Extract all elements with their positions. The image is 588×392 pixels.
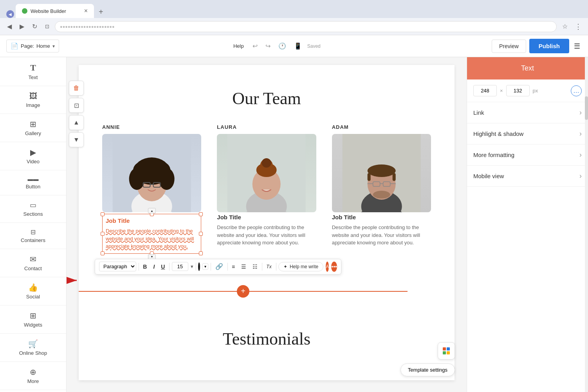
reload-button[interactable]: ↻ (30, 21, 40, 32)
sidebar-item-button-label: Button (26, 184, 41, 190)
sidebar-item-more-label: More (27, 378, 39, 384)
sidebar-item-image[interactable]: 🖼 Image (0, 86, 66, 114)
more-icon: ⊕ (30, 367, 36, 377)
page-content: Our Team ANNIE (79, 65, 455, 380)
sidebar-item-contact[interactable]: ✉ Contact (0, 249, 66, 277)
panel-option-more-formatting[interactable]: More formatting › (467, 145, 588, 166)
bold-button[interactable]: B (141, 262, 149, 271)
template-settings-button[interactable]: Template settings (400, 363, 455, 376)
panel-option-link[interactable]: Link › (467, 102, 588, 123)
svg-rect-29 (367, 173, 370, 181)
handle-ml[interactable] (101, 232, 105, 236)
publish-button[interactable]: Publish (529, 39, 569, 53)
team-member-annie: ANNIE (102, 124, 201, 254)
handle-br[interactable] (199, 251, 203, 255)
video-icon: ▶ (30, 148, 36, 157)
px-label: px (533, 88, 538, 94)
sidebar-item-widgets[interactable]: ⊞ Widgets (0, 305, 66, 334)
font-size-dropdown[interactable]: ▾ (191, 264, 193, 269)
move-up-button[interactable]: ▲ (69, 115, 84, 130)
clear-format-button[interactable]: Tx (264, 263, 273, 271)
paragraph-style-select[interactable]: Paragraph (99, 262, 136, 271)
canvas-area: 🗑 ⊡ ▲ ▼ Our Team ANNIE (67, 57, 467, 392)
app: 📄 Page: Home ▾ Help ↩ ↪ 🕐 📱 Saved Previe… (0, 35, 588, 392)
design-button[interactable] (438, 342, 455, 359)
sidebar-item-text[interactable]: T Text (0, 57, 66, 86)
back-button[interactable]: ◀ (5, 21, 14, 32)
italic-button[interactable]: I (151, 262, 157, 271)
preview-button[interactable]: Preview (492, 40, 526, 53)
font-size-input[interactable]: 15 (172, 262, 188, 271)
text-icon: T (30, 63, 36, 73)
align-list-button[interactable]: ☰ (239, 262, 248, 271)
sidebar-item-video[interactable]: ▶ Video (0, 142, 66, 170)
handle-bl[interactable] (101, 251, 105, 255)
header-right: Preview Publish ☰ (492, 39, 582, 53)
underline-button[interactable]: U (159, 262, 167, 271)
align-left-button[interactable]: ≡ (230, 262, 237, 271)
design-icon (442, 347, 451, 355)
tab-close-button[interactable]: × (84, 7, 88, 14)
move-down-button[interactable]: ▼ (69, 132, 84, 147)
text-color-dropdown[interactable]: ▾ (202, 263, 208, 270)
more-options-button[interactable]: ••• (331, 262, 337, 272)
more-dimensions-button[interactable]: … (571, 85, 582, 96)
sidebar-item-sections-label: Sections (23, 211, 43, 217)
browser-tab-active[interactable]: Website Builder × (16, 4, 94, 18)
bookmark-button[interactable]: ☆ (560, 21, 570, 32)
member-photo-annie (102, 134, 201, 212)
undo-button[interactable]: ↩ (250, 41, 260, 51)
panel-highlight-chevron-icon: › (579, 130, 582, 138)
sidebar-item-online-shop[interactable]: 🛒 Online Shop (0, 334, 66, 362)
sidebar-item-more[interactable]: ⊕ More (0, 362, 66, 390)
sidebar-item-gallery[interactable]: ⊞ Gallery (0, 114, 66, 142)
gallery-icon: ⊞ (30, 119, 36, 129)
width-input[interactable]: 248 (473, 85, 497, 96)
handle-tr[interactable] (199, 212, 203, 216)
new-tab-button[interactable]: + (96, 6, 106, 18)
right-panel-scrollbar[interactable] (585, 57, 588, 392)
handle-mr[interactable] (199, 232, 203, 236)
avatar-button[interactable]: A (326, 262, 329, 272)
hamburger-button[interactable]: ☰ (572, 40, 582, 52)
delete-element-button[interactable]: 🗑 (69, 81, 84, 96)
selected-text-box-annie[interactable]: ▴ ▾ Job Title Describe the people contri… (102, 214, 201, 254)
sidebar-item-sections[interactable]: ▭ Sections (0, 195, 66, 223)
add-section-button[interactable]: + (237, 285, 249, 298)
sidebar-item-containers[interactable]: ⊟ Containers (0, 223, 66, 249)
team-member-laura: LAURA (217, 124, 316, 254)
panel-option-mobile-view[interactable]: Mobile view › (467, 166, 588, 187)
align-ordered-list-button[interactable]: ☷ (251, 262, 260, 271)
address-bar[interactable]: ●●●●●●●●●●●●●●●●●●●●● (55, 21, 557, 32)
duplicate-element-button[interactable]: ⊡ (69, 98, 84, 113)
history-button[interactable]: 🕐 (276, 41, 289, 51)
link-button[interactable]: 🔗 (213, 262, 225, 271)
address-text: ●●●●●●●●●●●●●●●●●●●●● (60, 24, 115, 29)
handle-tl[interactable] (101, 212, 105, 216)
cast-button[interactable]: ⊡ (43, 22, 52, 31)
help-button[interactable]: Help (230, 42, 247, 51)
browser-menu-button[interactable]: ⋮ (573, 21, 583, 33)
text-color-picker[interactable] (198, 262, 200, 271)
panel-option-highlight-shadow[interactable]: Highlight & shadow › (467, 123, 588, 145)
help-me-write-button[interactable]: ✦ Help me write (278, 262, 323, 271)
sidebar-item-social[interactable]: 👍 Social (0, 277, 66, 305)
float-toolbar: 🗑 ⊡ ▲ ▼ (69, 81, 84, 147)
svg-rect-30 (392, 173, 395, 181)
page-selector[interactable]: 📄 Page: Home ▾ (6, 40, 59, 52)
svg-point-9 (157, 163, 171, 180)
sidebar-item-social-label: Social (26, 294, 40, 300)
forward-button[interactable]: ▶ (17, 21, 27, 32)
svg-point-36 (373, 191, 390, 199)
sidebar-item-image-label: Image (26, 102, 40, 108)
height-input[interactable]: 132 (506, 85, 530, 96)
expand-handle-top[interactable]: ▴ (148, 208, 156, 213)
mobile-preview-button[interactable]: 📱 (292, 41, 304, 51)
member-photo-adam (332, 134, 431, 212)
text-box-laura: Job Title Describe the people contributi… (217, 214, 316, 247)
browser-back-icon[interactable]: ◀ (6, 10, 14, 18)
member-job-title-annie: Job Title (106, 217, 198, 224)
redo-button[interactable]: ↪ (263, 41, 273, 51)
contact-icon: ✉ (30, 255, 36, 264)
sidebar-item-button[interactable]: ▬▬ Button (0, 170, 66, 195)
